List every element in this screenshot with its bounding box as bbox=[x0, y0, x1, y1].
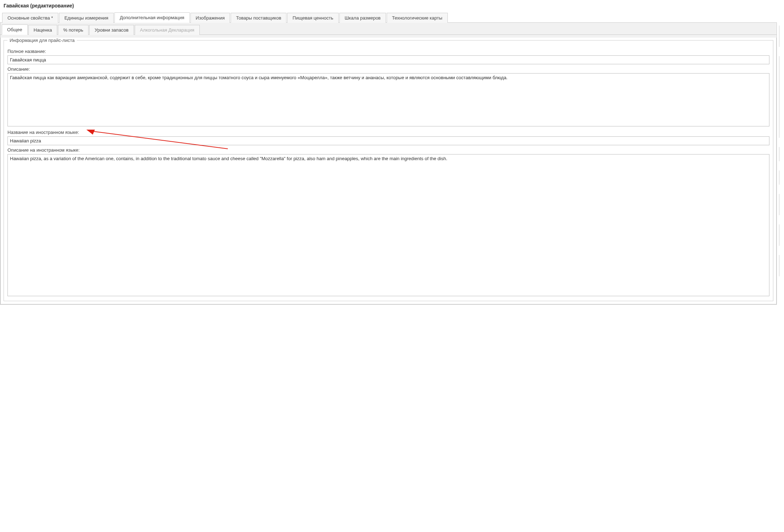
right-stub bbox=[779, 56, 784, 138]
foreign-description-label: Описание на иностранном языке: bbox=[7, 147, 769, 153]
tab-loss-percent[interactable]: % потерь bbox=[58, 25, 88, 35]
tab-supplier-goods[interactable]: Товары поставщиков bbox=[231, 13, 286, 23]
description-textarea[interactable] bbox=[7, 73, 769, 126]
tab-alcohol-declaration: Алкогольная Декларация bbox=[135, 25, 200, 35]
right-panel-edge bbox=[779, 12, 784, 305]
tab-stock-levels[interactable]: Уровни запасов bbox=[89, 25, 134, 35]
sub-tabs: Общее Наценка % потерь Уровни запасов Ал… bbox=[0, 24, 777, 35]
tab-nutrition[interactable]: Пищевая ценность bbox=[287, 13, 338, 23]
tab-additional-info[interactable]: Дополнительная информация bbox=[114, 12, 190, 23]
tab-images[interactable]: Изображения bbox=[190, 13, 230, 23]
tab-main-properties[interactable]: Основные свойства * bbox=[2, 13, 58, 23]
foreign-description-textarea[interactable] bbox=[7, 154, 769, 296]
foreign-name-input[interactable] bbox=[7, 136, 769, 145]
full-name-input[interactable] bbox=[7, 55, 769, 64]
right-stub bbox=[779, 26, 784, 47]
tab-general[interactable]: Общее bbox=[2, 25, 28, 35]
description-label: Описание: bbox=[7, 66, 769, 72]
full-name-label: Полное название: bbox=[7, 49, 769, 54]
foreign-name-label: Название на иностранном языке: bbox=[7, 130, 769, 135]
right-stub bbox=[779, 170, 784, 185]
tab-units[interactable]: Единицы измерения bbox=[59, 13, 114, 23]
right-stub bbox=[779, 224, 784, 246]
main-tabs: Основные свойства * Единицы измерения До… bbox=[0, 12, 777, 23]
tab-markup[interactable]: Наценка bbox=[28, 25, 58, 35]
right-stub bbox=[779, 255, 784, 276]
right-stub bbox=[779, 147, 784, 161]
pricelist-info-fieldset: Информация для прайс-листа Полное назван… bbox=[4, 38, 773, 301]
window-title: Гавайская (редактирование) bbox=[0, 0, 784, 12]
fieldset-legend: Информация для прайс-листа bbox=[7, 38, 77, 43]
tab-tech-cards[interactable]: Технологические карты bbox=[387, 13, 447, 23]
right-stub bbox=[779, 194, 784, 215]
tab-size-scale[interactable]: Шкала размеров bbox=[339, 13, 386, 23]
